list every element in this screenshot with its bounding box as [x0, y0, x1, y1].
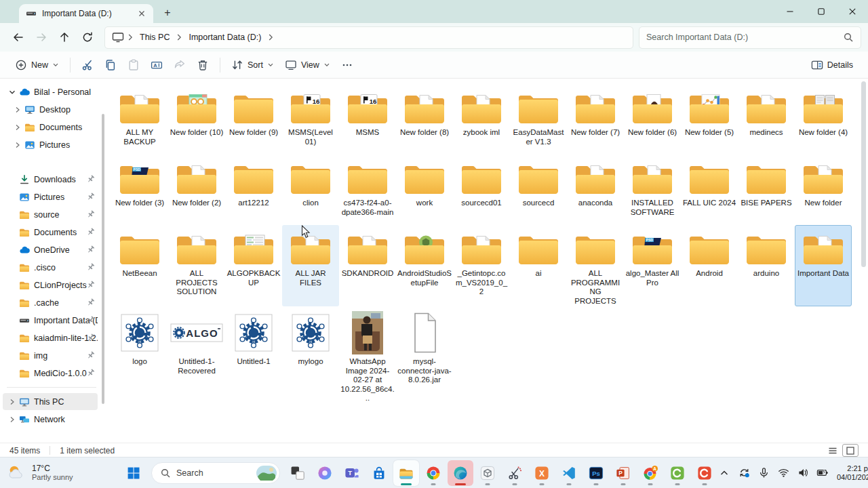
rename-button[interactable]: A: [145, 56, 168, 75]
sidebar-item-cisco[interactable]: .cisco: [3, 259, 98, 276]
copy-button[interactable]: [99, 56, 122, 75]
battery-charging-icon[interactable]: [816, 466, 829, 480]
file-item-all-programming-projects[interactable]: ALL PROGRAMMING PROJECTS: [567, 225, 624, 306]
breadcrumb-current[interactable]: Important Data (D:): [185, 30, 264, 44]
file-item-new-folder-5[interactable]: New folder (5): [681, 84, 738, 155]
maximize-button[interactable]: [806, 0, 837, 23]
new-tab-button[interactable]: +: [159, 4, 176, 22]
file-item-algopkbackup[interactable]: ALGOPKBACKUP: [225, 225, 282, 306]
file-item-new-folder-6[interactable]: New folder (6): [624, 84, 681, 155]
file-item-new-folder-4[interactable]: New folder (4): [795, 84, 852, 155]
sort-button[interactable]: Sort: [226, 56, 279, 75]
explorer-tab[interactable]: Important Data (D:): [19, 4, 153, 23]
file-item-all-projects-solution[interactable]: ALL PROJECTS SOLUTION: [168, 225, 225, 306]
sync-icon[interactable]: [737, 466, 751, 480]
taskbar-powerpoint-button[interactable]: P: [610, 460, 636, 486]
sidebar-item-documents[interactable]: Documents: [8, 119, 98, 136]
forward-button[interactable]: [30, 26, 53, 48]
chevron-down-icon[interactable]: [7, 89, 17, 96]
file-item-all-my-backup[interactable]: ALL MY BACKUP: [111, 84, 168, 155]
taskbar-photoshop-button[interactable]: Ps: [583, 460, 609, 486]
file-item-algo-master-all-pro[interactable]: PSD algo_Master All Pro: [624, 225, 681, 306]
minimize-button[interactable]: [774, 0, 806, 23]
taskbar-clock[interactable]: 2:21 pm 04/01/2025: [837, 464, 868, 482]
up-button[interactable]: [53, 26, 76, 48]
sidebar-item-important-data-d[interactable]: Important Data (D:): [3, 312, 98, 329]
file-item-sdkandroid[interactable]: SDKANDROID: [339, 225, 396, 306]
file-item-mysql-connector-java-8-0-26-jar[interactable]: mysql-connector-java-8.0.26.jar: [396, 306, 453, 404]
breadcrumb-this-pc[interactable]: This PC: [136, 30, 173, 44]
sidebar-item-source[interactable]: source: [3, 206, 98, 223]
start-button[interactable]: [121, 460, 146, 486]
file-item-anaconda[interactable]: anaconda: [567, 155, 624, 225]
more-options-button[interactable]: [336, 56, 359, 75]
file-item-cs473-f24-a0-dpate366-main[interactable]: cs473-f24-a0-dpate366-main: [339, 155, 396, 225]
back-button[interactable]: [7, 26, 30, 48]
file-item-new-folder-10[interactable]: New folder (10): [168, 84, 225, 155]
address-bar[interactable]: This PC Important Data (D:): [104, 26, 633, 49]
chevron-right-icon[interactable]: [12, 124, 22, 131]
file-item-art12212[interactable]: art12212: [225, 155, 282, 225]
file-item-work[interactable]: work: [396, 155, 453, 225]
sidebar-item-img[interactable]: img: [3, 347, 98, 364]
volume-icon[interactable]: [796, 466, 810, 480]
file-item-fall-uic-2024[interactable]: FALL UIC 2024: [681, 155, 738, 225]
taskbar-chrome-button[interactable]: [420, 460, 446, 486]
taskbar-snipping-tool-button[interactable]: [502, 460, 528, 486]
taskbar-camtasia-red-button[interactable]: [692, 460, 717, 486]
new-button[interactable]: New: [9, 56, 64, 75]
content-scrollbar[interactable]: [861, 81, 866, 267]
sidebar-item-downloads[interactable]: Downloads: [3, 171, 98, 188]
file-item-important-data[interactable]: Important Data: [795, 225, 852, 306]
view-button[interactable]: View: [279, 56, 336, 75]
file-item-msms[interactable]: 16 MSMS: [339, 84, 396, 155]
file-item-netbeean[interactable]: NetBeean: [111, 225, 168, 306]
taskbar-camtasia-green-button[interactable]: [665, 460, 690, 486]
taskbar-file-explorer-button[interactable]: [393, 460, 419, 486]
wifi-icon[interactable]: [776, 466, 790, 480]
file-item-new-folder-2[interactable]: New folder (2): [168, 155, 225, 225]
search-input[interactable]: Search Important Data (D:): [639, 26, 861, 49]
sidebar-item-clionprojects[interactable]: CLionProjects: [3, 277, 98, 293]
file-item-ai[interactable]: ai: [510, 225, 567, 306]
weather-widget[interactable]: 17°C Partly sunny: [0, 464, 121, 482]
sidebar-item-bilal-personal[interactable]: Bilal - Personal: [3, 83, 98, 100]
file-item-all-jar-files[interactable]: ALL JAR FILES: [282, 225, 339, 306]
chevron-right-icon[interactable]: [7, 416, 17, 423]
taskbar-xampp-button[interactable]: X: [529, 460, 555, 486]
file-item-clion[interactable]: clion: [282, 155, 339, 225]
chevron-up-icon[interactable]: [717, 466, 731, 480]
taskbar-microsoft-store-button[interactable]: [366, 460, 392, 486]
file-item-sourcecd[interactable]: sourcecd: [510, 155, 567, 225]
sidebar-item-medicio-1-0-0[interactable]: MediCio-1.0.0: [3, 365, 98, 382]
paste-button[interactable]: [122, 56, 145, 75]
file-item-new-folder-8[interactable]: New folder (8): [396, 84, 453, 155]
refresh-button[interactable]: [76, 26, 99, 48]
delete-button[interactable]: [191, 56, 214, 75]
details-button[interactable]: Details: [806, 56, 859, 75]
sidebar-item-network[interactable]: Network: [3, 411, 98, 428]
file-item-bise-papers[interactable]: BISE PAPERS: [738, 155, 795, 225]
sidebar-item-documents[interactable]: Documents: [3, 224, 98, 241]
taskbar-chrome-profile-button[interactable]: A: [637, 460, 663, 486]
taskbar-3d-viewer-button[interactable]: [475, 460, 500, 486]
taskbar-task-view-button[interactable]: [285, 460, 311, 486]
file-item-installed-software[interactable]: INSTALLED SOFTWARE: [624, 155, 681, 225]
share-button[interactable]: [168, 56, 191, 75]
file-item-untitled-1-recovered[interactable]: ALGO Untitled-1-Recovered: [168, 306, 225, 404]
sidebar-item-cache[interactable]: .cache: [3, 294, 98, 311]
large-icons-view-toggle[interactable]: [842, 444, 859, 457]
tab-close-icon[interactable]: [136, 7, 148, 20]
file-item-logo[interactable]: logo: [111, 306, 168, 404]
chevron-right-icon[interactable]: [12, 142, 22, 148]
close-button[interactable]: [837, 0, 868, 23]
file-item-getintopc-com-vs2019-0-2[interactable]: _Getintopc.com_VS2019_0_2: [453, 225, 510, 306]
file-item-medinecs[interactable]: medinecs: [738, 84, 795, 155]
file-item-zybook-iml[interactable]: zybook iml: [453, 84, 510, 155]
chevron-right-icon[interactable]: [7, 399, 17, 405]
sidebar-item-onedrive[interactable]: OneDrive: [3, 241, 98, 258]
file-item-androidstudiosetupfile[interactable]: AndroidStudioSetupFile: [396, 225, 453, 306]
sidebar-item-desktop[interactable]: Desktop: [8, 101, 98, 118]
taskbar-copilot-button[interactable]: [312, 460, 338, 486]
taskbar-edge-button[interactable]: [448, 460, 473, 486]
